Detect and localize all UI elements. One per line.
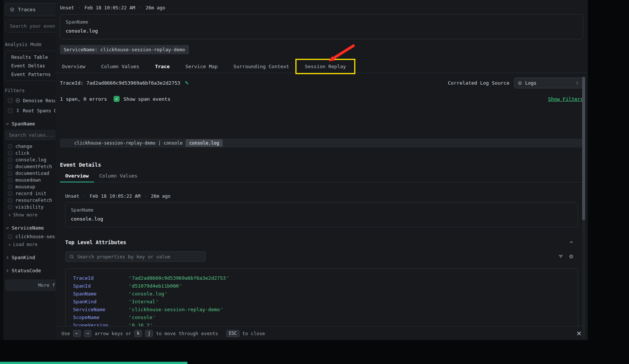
checkbox[interactable] (8, 171, 12, 176)
attribute-key[interactable]: SpanId (73, 283, 129, 289)
facet-value-documentfetch[interactable]: documentFetch (5, 163, 55, 170)
attributes-search-box[interactable] (65, 251, 206, 262)
facet-value-documentload[interactable]: documentLoad (5, 170, 55, 177)
separator: · (83, 193, 86, 199)
facet-spanname-header[interactable]: SpanName (5, 121, 55, 127)
attribute-value[interactable]: Internal (129, 298, 159, 305)
attribute-key[interactable]: TraceId (73, 275, 129, 281)
j-key: j (145, 330, 153, 337)
show-filters-link[interactable]: Show Filters (548, 96, 583, 102)
attribute-value[interactable]: 7ad2ad8660c9d53969a6bf6a3e2d2753 (129, 275, 229, 281)
facet-value-record-init[interactable]: record init (5, 190, 55, 197)
facet-spankind-label: SpanKind (12, 255, 35, 260)
status-badge: Unset (60, 5, 74, 10)
span-name-card: SpanName console.log (60, 14, 583, 39)
facet-spankind-header[interactable]: SpanKind (5, 255, 55, 260)
table-row: SpanIdd51079d4eb11b080 (66, 282, 578, 290)
tab-surrounding-context[interactable]: Surrounding Context (226, 60, 297, 73)
facet-value-mouseup[interactable]: mouseup (5, 183, 55, 190)
event-details-tabs: Overview Column Values (60, 170, 583, 182)
root-spans-checkbox[interactable] (8, 108, 13, 113)
status-badge: Unset (65, 193, 79, 199)
tab-session-replay[interactable]: Session Replay (297, 60, 354, 73)
servicename-load-more[interactable]: Load more (5, 242, 55, 247)
facet-servicename-header[interactable]: ServiceName (5, 225, 55, 231)
checkbox[interactable] (8, 198, 12, 203)
attribute-key[interactable]: ScopeName (73, 314, 129, 321)
facet-statuscode-header[interactable]: StatusCode (5, 268, 55, 273)
checkbox[interactable] (8, 144, 12, 149)
facet-value-change[interactable]: change (5, 143, 55, 150)
facet-value-label: change (15, 143, 32, 149)
facet-value-clickhouse-demo[interactable]: clickhouse-session-replay-demo (5, 233, 55, 240)
attributes-search-input[interactable] (77, 254, 202, 260)
checkbox[interactable] (8, 151, 12, 155)
analysis-mode-event-patterns[interactable]: Event Patterns (5, 70, 55, 79)
facet-value-label: console.log (15, 157, 46, 163)
facet-value-resourcefetch[interactable]: resourceFetch (5, 197, 55, 204)
checkbox[interactable] (8, 158, 12, 162)
facet-spanname-values: change click console.log documentFetch d… (5, 143, 55, 210)
facet-value-label: mouseup (15, 184, 35, 189)
tab-overview[interactable]: Overview (60, 60, 93, 73)
spanname-show-more[interactable]: Show more (5, 212, 55, 218)
facet-statuscode-label: StatusCode (12, 268, 41, 273)
sidebar-panel: Traces Analysis Mode Results Table Event… (3, 0, 55, 340)
denoise-checkbox[interactable] (8, 98, 13, 103)
select-chevrons-icon (575, 81, 580, 85)
attribute-value[interactable]: d51079d4eb11b080 (129, 283, 182, 289)
checkbox[interactable] (8, 191, 12, 196)
show-more-label: Show more (13, 212, 37, 218)
attribute-key[interactable]: ServiceName (73, 306, 129, 313)
facet-value-label: clickhouse-session-replay-demo (15, 234, 55, 239)
scrollbar-thumb[interactable] (582, 77, 585, 220)
facet-value-click[interactable]: click (5, 150, 55, 157)
checkbox[interactable] (8, 205, 12, 209)
facet-value-console-log[interactable]: console.log (5, 157, 55, 163)
tab-trace[interactable]: Trace (147, 60, 177, 73)
log-source-value: Logs (525, 80, 536, 86)
attribute-value[interactable]: console.log (129, 291, 168, 297)
checkbox[interactable] (8, 164, 12, 169)
span-name-card: SpanName console.log (65, 202, 578, 227)
tab-column-values[interactable]: Column Values (93, 60, 147, 73)
edit-icon[interactable]: ✎ (185, 80, 189, 86)
analysis-mode-event-deltas[interactable]: Event Deltas (5, 61, 55, 70)
event-details-tab-overview[interactable]: Overview (60, 170, 94, 182)
denoise-results-toggle[interactable]: Denoise Results (5, 98, 55, 103)
filter-lines-icon[interactable] (558, 254, 563, 259)
checkbox[interactable] (8, 185, 12, 189)
source-select-label: Traces (18, 7, 36, 12)
event-details-tab-column-values[interactable]: Column Values (94, 170, 143, 182)
collapse-chevron-up-icon[interactable] (569, 240, 574, 245)
checkbox[interactable] (8, 234, 12, 239)
facet-value-mousedown[interactable]: mousedown (5, 177, 55, 183)
analysis-mode-group: Results Table Event Deltas Event Pattern… (5, 51, 55, 81)
log-source-select[interactable]: Logs (514, 78, 583, 88)
attribute-key[interactable]: SpanKind (73, 298, 129, 305)
event-drawer: Unset · Feb 18 10:05:22 AM · 26m ago Spa… (55, 0, 588, 340)
attribute-value[interactable]: clickhouse-session-replay-demo (129, 306, 223, 313)
source-select[interactable]: Traces (5, 3, 55, 16)
gear-icon[interactable]: ⚙ (569, 254, 574, 260)
facet-values-search-input[interactable] (5, 130, 55, 140)
tab-service-map[interactable]: Service Map (178, 60, 226, 73)
root-spans-toggle[interactable]: Root Spans Only (5, 108, 55, 113)
sidebar: Traces Analysis Mode Results Table Event… (0, 0, 55, 340)
event-search-input[interactable] (5, 19, 55, 33)
show-span-events-checkbox[interactable]: ✓ (114, 96, 120, 102)
more-filters-button[interactable]: More filters (5, 279, 55, 291)
attribute-key[interactable]: SpanName (73, 291, 129, 297)
attribute-value[interactable]: console (129, 314, 156, 321)
checkbox[interactable] (8, 178, 12, 182)
waterfall-span-bar[interactable]: console.log (186, 139, 223, 147)
service-name-badge[interactable]: ServiceName: clickhouse-session-replay-d… (60, 45, 189, 54)
attributes-toolbar: ⚙ (60, 251, 583, 262)
scrollbar[interactable] (582, 77, 585, 339)
footer-close-text: to close (243, 331, 265, 336)
close-icon[interactable]: × (576, 330, 582, 337)
separator: · (144, 193, 147, 199)
trace-waterfall-row[interactable]: clickhouse-session-replay-demo | console… (60, 139, 583, 148)
facet-value-visibility[interactable]: visibility (5, 204, 55, 210)
analysis-mode-results-table[interactable]: Results Table (5, 53, 55, 61)
